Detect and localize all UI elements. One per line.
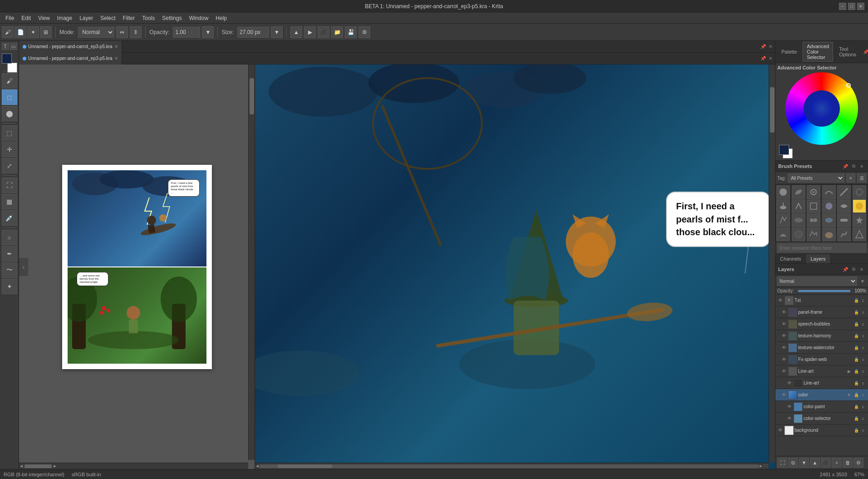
layer-lineart-group[interactable]: 👁 Line-art ▶ 🔒 α xyxy=(775,365,868,377)
brush-preset-21[interactable] xyxy=(807,227,820,241)
color-fg[interactable]: ▲ xyxy=(290,26,302,38)
brush-preset-19[interactable] xyxy=(776,227,790,241)
layer-lock-lag[interactable]: 🔒 xyxy=(853,368,859,375)
mirror-v-button[interactable]: ⇕ xyxy=(130,26,142,38)
layer-lock-cp[interactable]: 🔒 xyxy=(853,404,859,410)
layer-color-paint[interactable]: 👁 color-paint 🔒 α xyxy=(775,401,868,413)
layer-color-selector[interactable]: 👁 color-selector 🔒 α xyxy=(775,413,868,425)
layer-copy-btn[interactable]: ⧉ xyxy=(788,458,798,468)
tool-brush[interactable]: 🖌 xyxy=(2,73,17,89)
layer-vis-pf[interactable]: 👁 xyxy=(781,309,787,316)
channels-tab[interactable]: Channels xyxy=(775,254,806,263)
brush-preset-6[interactable] xyxy=(853,185,866,199)
tool-calligraphy[interactable]: 〜 xyxy=(2,262,17,278)
menu-tools[interactable]: Tools xyxy=(138,14,158,22)
brush-preset-8[interactable] xyxy=(792,199,805,213)
tool-text[interactable]: T xyxy=(2,43,9,50)
layer-alpha-cs[interactable]: α xyxy=(860,415,866,422)
menu-edit[interactable]: Edit xyxy=(18,14,34,22)
color-save[interactable]: 💾 xyxy=(345,26,357,38)
size-input[interactable] xyxy=(237,27,269,38)
color-panel-pin[interactable]: 📌 xyxy=(862,48,868,55)
layer-alpha-sw[interactable]: α xyxy=(860,356,866,363)
layer-alpha-la[interactable]: α xyxy=(860,380,866,386)
color-wheel-container[interactable] xyxy=(783,72,860,145)
tool-icon-3[interactable]: ✦ xyxy=(27,26,39,38)
tool-move[interactable]: ✛ xyxy=(2,142,17,157)
palette-tab[interactable]: Palette xyxy=(777,47,801,56)
layer-vis-th[interactable]: 👁 xyxy=(781,333,787,339)
layer-vis-cp[interactable]: 👁 xyxy=(786,404,793,410)
minimize-button[interactable]: − xyxy=(839,3,846,10)
brush-tag-select[interactable]: All Presets xyxy=(788,173,844,183)
brush-preset-24[interactable] xyxy=(853,227,866,241)
color-wheel[interactable] xyxy=(785,72,858,145)
brush-preset-3[interactable] xyxy=(807,185,820,199)
brush-preset-17[interactable] xyxy=(837,213,851,227)
menu-select[interactable]: Select xyxy=(97,14,119,22)
brush-preset-20[interactable] xyxy=(792,227,805,241)
brush-add-tag[interactable]: + xyxy=(846,173,855,183)
tool-icon-4[interactable]: ⊞ xyxy=(40,26,52,38)
brush-preset-9[interactable] xyxy=(807,199,820,213)
tool-icon-2[interactable]: 📄 xyxy=(15,26,26,38)
opacity-slider[interactable] xyxy=(798,290,851,292)
layer-lock-th[interactable]: 🔒 xyxy=(853,333,859,339)
layers-close[interactable]: ✕ xyxy=(858,266,865,273)
canvas-right[interactable]: First, I need apearls of mist f...those … xyxy=(255,64,775,469)
tool-selection[interactable]: ⬚ xyxy=(2,125,17,141)
layer-alpha-cg[interactable]: α xyxy=(860,392,866,398)
layer-txt[interactable]: 👁 T Txt 🔒 α xyxy=(775,295,868,306)
layer-merge-btn[interactable]: ⬛ xyxy=(821,458,831,468)
menu-layer[interactable]: Layer xyxy=(76,14,97,22)
tool-path[interactable]: ✒ xyxy=(2,246,17,262)
layer-alpha-lag[interactable]: α xyxy=(860,368,866,375)
menu-filter[interactable]: Filter xyxy=(119,14,139,22)
menu-file[interactable]: File xyxy=(2,14,18,22)
mode-select[interactable]: Normal xyxy=(78,27,114,38)
layer-lock-cs[interactable]: 🔒 xyxy=(853,415,859,422)
layer-new-btn[interactable]: + xyxy=(832,458,842,468)
tab-close-right[interactable]: ✕ xyxy=(114,56,118,61)
brush-preset-16[interactable] xyxy=(822,213,836,227)
layer-spider-web[interactable]: 👁 Fx-spider-web 🔒 α xyxy=(775,354,868,365)
tab-right-doc[interactable]: Unnamed - pepper-and-carrot_ep3-p5.kra ✕ xyxy=(19,53,122,64)
layer-vis-txt[interactable]: 👁 xyxy=(777,297,784,304)
tab-left-doc[interactable]: Unnamed - pepper-and-carrot_ep3-p5.kra ✕ xyxy=(19,41,122,53)
brush-float[interactable]: ⧉ xyxy=(850,163,857,170)
layer-alpha-bg[interactable]: α xyxy=(860,427,866,434)
opacity-input[interactable] xyxy=(173,27,200,38)
tool-icon-1[interactable]: 🖌 xyxy=(2,26,14,38)
scroll-v-left[interactable] xyxy=(248,64,255,460)
close-button[interactable]: ✕ xyxy=(857,3,864,10)
size-arrow[interactable]: ▼ xyxy=(271,26,283,38)
brush-preset-5[interactable] xyxy=(837,185,851,199)
layer-settings-btn[interactable]: ⚙ xyxy=(853,458,863,468)
maximize-button[interactable]: □ xyxy=(848,3,855,10)
layer-move-up-btn[interactable]: ▲ xyxy=(810,458,820,468)
tool-eyedropper[interactable]: 💉 xyxy=(2,210,17,226)
layer-lock-txt[interactable]: 🔒 xyxy=(853,297,859,304)
brush-preset-4[interactable] xyxy=(822,185,836,199)
tool-eraser[interactable]: ◻ xyxy=(2,89,17,105)
brush-view-btn[interactable]: ☰ xyxy=(857,173,866,183)
tool-rect-select[interactable]: ▭ xyxy=(10,43,17,50)
layer-alpha-pf[interactable]: α xyxy=(860,309,866,316)
layer-lineart[interactable]: 👁 Line-art 🔒 α xyxy=(775,377,868,389)
fg-color-swatch[interactable] xyxy=(779,145,789,155)
layer-vis-cg[interactable]: 👁 xyxy=(781,392,787,398)
layer-lock-bg[interactable]: 🔒 xyxy=(853,427,859,434)
brush-preset-2[interactable] xyxy=(792,185,805,199)
layer-alpha-cp[interactable]: α xyxy=(860,404,866,410)
layer-lock-tw[interactable]: 🔒 xyxy=(853,345,859,351)
layers-tab[interactable]: Layers xyxy=(806,254,830,263)
tool-shapes[interactable]: ○ xyxy=(2,230,17,245)
menu-view[interactable]: View xyxy=(34,14,54,22)
layer-lock-la[interactable]: 🔒 xyxy=(853,380,859,386)
layer-lock-cg[interactable]: 🔒 xyxy=(853,392,859,398)
brush-preset-18[interactable] xyxy=(853,213,866,227)
tool-transform[interactable]: ⤢ xyxy=(2,158,17,173)
layer-arrow-down[interactable]: ▼ xyxy=(859,277,866,285)
layer-vis-lag[interactable]: 👁 xyxy=(781,368,787,375)
scroll-v-right[interactable] xyxy=(769,64,775,463)
